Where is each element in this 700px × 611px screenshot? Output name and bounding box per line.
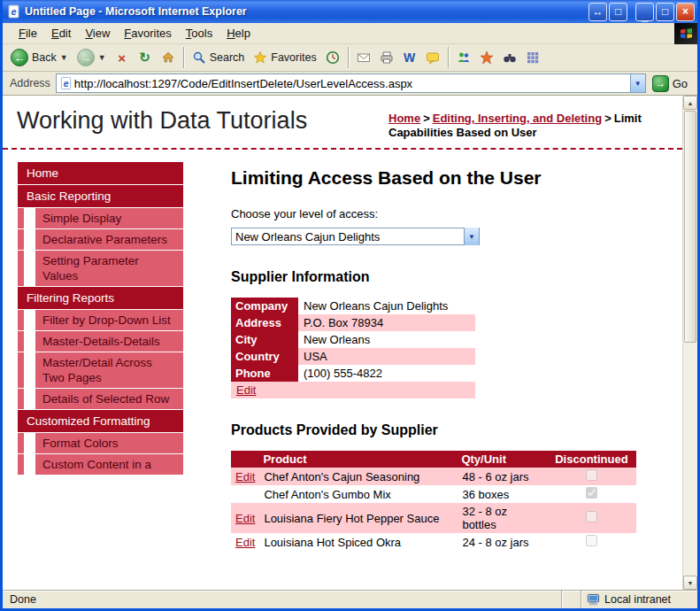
print-button[interactable] bbox=[379, 50, 395, 66]
favorites-button[interactable]: Favorites bbox=[249, 49, 320, 66]
discontinued-checkbox[interactable] bbox=[586, 469, 597, 481]
sidebar-item-master-detail-across-two-pages[interactable]: Master/Detail Across Two Pages bbox=[18, 352, 183, 388]
supplier-edit-link[interactable]: Edit bbox=[236, 383, 256, 397]
table-row: Country USA bbox=[231, 348, 475, 365]
address-input[interactable] bbox=[73, 77, 630, 90]
arrow-down-icon: ▼ bbox=[688, 580, 694, 586]
breadcrumb: Home>Editing, Inserting, and Deleting>Li… bbox=[388, 107, 673, 140]
menu-help[interactable]: Help bbox=[219, 24, 258, 43]
products-table: Product Qty/Unit Discontinued Edit Chef … bbox=[231, 451, 636, 551]
chevron-down-icon: ▼ bbox=[468, 233, 475, 241]
vertical-scrollbar[interactable]: ▲ ▼ bbox=[682, 96, 697, 590]
menu-favorites[interactable]: Favorites bbox=[117, 24, 178, 43]
mail-button[interactable] bbox=[356, 50, 372, 66]
sidebar-item-home[interactable]: Home bbox=[18, 162, 183, 184]
svg-text:e: e bbox=[63, 79, 68, 89]
search-button[interactable]: Search bbox=[188, 49, 250, 66]
sidebar-item-master-details-details[interactable]: Master-Details-Details bbox=[18, 331, 183, 352]
sidebar-item-declarative-parameters[interactable]: Declarative Parameters bbox=[18, 229, 183, 250]
sidebar-item-filter-by-dropdown-list[interactable]: Filter by Drop-Down List bbox=[18, 310, 183, 330]
sidebar-item-custom-content[interactable]: Custom Content in a bbox=[18, 454, 183, 475]
table-row: Edit Louisiana Hot Spiced Okra 24 - 8 oz… bbox=[231, 533, 636, 551]
forward-button[interactable]: → ▼ bbox=[73, 47, 111, 68]
sidebar-item-details-of-selected-row[interactable]: Details of Selected Row bbox=[18, 389, 183, 409]
menu-file[interactable]: File bbox=[12, 24, 44, 43]
favorites-label: Favorites bbox=[271, 51, 316, 64]
scrollbar-thumb[interactable] bbox=[684, 111, 696, 343]
sidebar-section-customized-formatting[interactable]: Customized Formatting bbox=[18, 410, 183, 432]
column-header-qty: Qty/Unit bbox=[458, 451, 546, 468]
table-header-row: Product Qty/Unit Discontinued bbox=[231, 451, 636, 468]
refresh-button[interactable]: ↻ bbox=[137, 50, 153, 66]
quick-links-button[interactable] bbox=[525, 50, 541, 66]
select-dropdown-button[interactable]: ▼ bbox=[464, 228, 479, 245]
resize-button[interactable]: ↔ bbox=[588, 3, 607, 21]
menu-edit[interactable]: Edit bbox=[44, 24, 78, 43]
sidebar-item-setting-parameter-values[interactable]: Setting Parameter Values bbox=[18, 251, 183, 286]
breadcrumb-link-home[interactable]: Home bbox=[388, 112, 420, 125]
minimize-button[interactable]: _ bbox=[635, 3, 654, 21]
scroll-down-button[interactable]: ▼ bbox=[683, 576, 697, 590]
address-dropdown-button[interactable]: ▼ bbox=[630, 74, 645, 92]
sidebar-item-format-colors[interactable]: Format Colors bbox=[18, 433, 183, 453]
media-icon bbox=[480, 50, 494, 65]
table-row: City New Orleans bbox=[231, 331, 475, 348]
toolbar-separator bbox=[348, 47, 349, 68]
sidebar-item-rail bbox=[18, 331, 24, 352]
sidebar-item-rail bbox=[18, 310, 24, 330]
table-row: Edit bbox=[231, 382, 475, 398]
home-button[interactable] bbox=[160, 50, 176, 66]
maximize-button[interactable]: □ bbox=[656, 3, 674, 21]
products-heading: Products Provided by Supplier bbox=[231, 422, 673, 438]
address-bar: Address e ▼ → Go bbox=[3, 72, 697, 96]
sidebar-item-rail bbox=[18, 251, 24, 286]
back-label: Back bbox=[32, 51, 57, 64]
sidebar-item-rail bbox=[18, 433, 24, 453]
table-row: Address P.O. Box 78934 bbox=[231, 314, 475, 331]
breadcrumb-separator: > bbox=[423, 112, 430, 125]
product-edit-link[interactable]: Edit bbox=[235, 512, 255, 525]
supplier-field-value: (100) 555-4822 bbox=[298, 365, 475, 382]
messenger-button[interactable] bbox=[456, 50, 472, 66]
address-label: Address bbox=[10, 77, 50, 89]
back-button[interactable]: ← Back ▼ bbox=[6, 47, 73, 68]
back-dropdown-icon[interactable]: ▼ bbox=[60, 53, 68, 62]
discuss-button[interactable] bbox=[425, 50, 441, 66]
go-arrow-icon: → bbox=[652, 75, 669, 92]
sidebar-item-simple-display[interactable]: Simple Display bbox=[18, 208, 183, 228]
sidebar-section-filtering-reports[interactable]: Filtering Reports bbox=[18, 287, 183, 309]
supplier-field-value: New Orleans bbox=[298, 331, 475, 348]
access-level-select[interactable]: New Orleans Cajun Delights ▼ bbox=[231, 228, 480, 245]
scroll-up-button[interactable]: ▲ bbox=[683, 96, 697, 110]
breadcrumb-link-editing[interactable]: Editing, Inserting, and Deleting bbox=[433, 112, 602, 125]
product-edit-link[interactable]: Edit bbox=[235, 536, 255, 549]
fullscreen-button[interactable]: □ bbox=[609, 3, 627, 21]
go-button[interactable]: → Go bbox=[646, 74, 694, 93]
printer-icon bbox=[380, 50, 394, 65]
history-button[interactable] bbox=[325, 50, 341, 66]
horizontal-arrows-icon: ↔ bbox=[593, 5, 604, 18]
table-row: Edit Louisiana Fiery Hot Pepper Sauce 32… bbox=[231, 503, 636, 533]
forward-dropdown-icon[interactable]: ▼ bbox=[98, 53, 106, 62]
sidebar-section-basic-reporting[interactable]: Basic Reporting bbox=[18, 185, 183, 207]
close-button[interactable]: × bbox=[676, 3, 695, 21]
supplier-field-value: P.O. Box 78934 bbox=[298, 314, 475, 331]
binoculars-icon bbox=[503, 50, 517, 65]
product-qty: 36 boxes bbox=[458, 485, 546, 503]
media-button[interactable] bbox=[479, 50, 495, 66]
toolbar-separator bbox=[183, 47, 184, 68]
status-bar: Done Local intranet bbox=[3, 590, 697, 608]
page-body: Home Basic Reporting Simple Display Decl… bbox=[3, 150, 682, 551]
research-button[interactable] bbox=[502, 50, 518, 66]
discontinued-checkbox[interactable] bbox=[586, 487, 597, 499]
menu-tools[interactable]: Tools bbox=[179, 24, 219, 43]
discontinued-checkbox[interactable] bbox=[586, 511, 597, 522]
menu-view[interactable]: View bbox=[78, 24, 117, 43]
grid-icon bbox=[526, 50, 540, 65]
scrollbar-track[interactable] bbox=[683, 110, 697, 576]
chevron-down-icon: ▼ bbox=[635, 80, 642, 88]
discontinued-checkbox[interactable] bbox=[586, 535, 597, 546]
stop-button[interactable]: × bbox=[114, 50, 130, 66]
edit-with-word-button[interactable]: W bbox=[402, 50, 418, 66]
product-edit-link[interactable]: Edit bbox=[235, 470, 255, 483]
